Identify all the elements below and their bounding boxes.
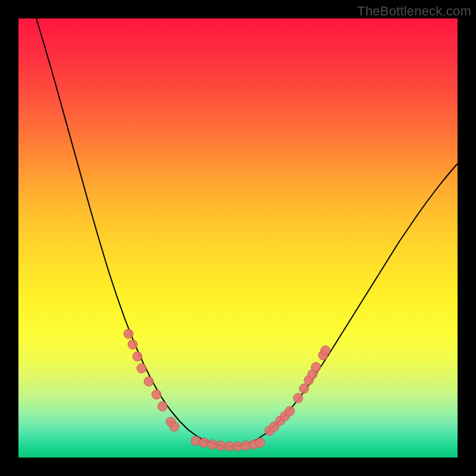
scatter-point xyxy=(158,402,167,411)
scatter-point xyxy=(311,362,321,372)
scatter-point xyxy=(285,406,295,416)
scatter-point xyxy=(152,390,161,399)
watermark-label: TheBottleneck.com xyxy=(357,4,471,19)
scatter-point xyxy=(137,364,146,373)
scatter-point xyxy=(133,352,142,361)
bottleneck-curve xyxy=(36,18,458,446)
bottleneck-curve-path xyxy=(36,18,458,446)
scatter-point xyxy=(170,422,179,431)
scatter-point xyxy=(124,329,133,339)
scatter-point xyxy=(321,346,330,355)
scatter-point xyxy=(191,436,201,446)
chart-frame: TheBottleneck.com xyxy=(0,0,476,476)
scatter-point xyxy=(299,384,309,393)
scatter-markers xyxy=(124,329,330,451)
scatter-point xyxy=(241,441,250,450)
scatter-point xyxy=(128,340,137,349)
scatter-point xyxy=(208,440,217,449)
scatter-point xyxy=(293,393,303,403)
scatter-point xyxy=(144,377,154,386)
chart-overlay xyxy=(18,18,458,458)
scatter-point xyxy=(255,438,265,447)
scatter-point xyxy=(199,438,209,447)
